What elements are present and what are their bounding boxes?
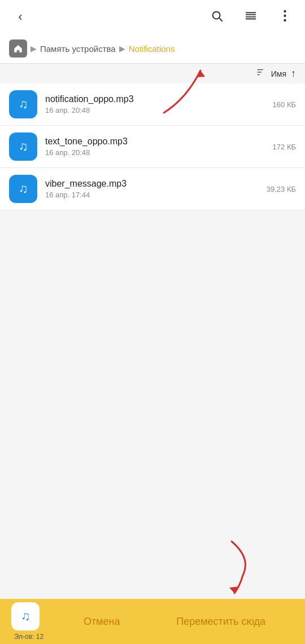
file-date: 16 апр. 20:48: [45, 148, 267, 157]
breadcrumb-current-folder[interactable]: Notifications: [129, 44, 175, 54]
file-item[interactable]: ♫ notification_oppo.mp3 16 апр. 20:48 16…: [0, 83, 305, 126]
file-music-icon: ♫: [9, 175, 37, 203]
bottom-count-label: Эл-ов: 12: [14, 633, 43, 641]
bottom-icon-section: ♫ Эл-ов: 12: [11, 602, 46, 641]
sort-direction-icon[interactable]: ↑: [291, 68, 296, 80]
music-note-icon: ♫: [19, 139, 28, 154]
bottom-bar: ♫ Эл-ов: 12 Отмена Переместить сюда: [0, 599, 305, 644]
breadcrumb: ▶ Память устройства ▶ Notifications: [0, 34, 305, 64]
file-size: 172 КБ: [273, 143, 296, 151]
move-here-button[interactable]: Переместить сюда: [176, 616, 265, 628]
svg-point-7: [284, 14, 286, 16]
file-name: viber_message.mp3: [45, 179, 261, 189]
file-list: ♫ notification_oppo.mp3 16 апр. 20:48 16…: [0, 83, 305, 210]
list-view-button[interactable]: [239, 6, 262, 28]
file-item[interactable]: ♫ viber_message.mp3 16 апр. 17:44 39,23 …: [0, 168, 305, 210]
top-toolbar: ‹: [0, 0, 305, 34]
sort-icon[interactable]: [256, 67, 267, 80]
breadcrumb-separator-2: ▶: [119, 44, 125, 53]
file-info: notification_oppo.mp3 16 апр. 20:48: [45, 94, 267, 114]
bottom-actions: Отмена Переместить сюда: [55, 616, 294, 628]
bottom-music-icon-wrap: ♫: [11, 602, 40, 630]
more-options-button[interactable]: [273, 6, 296, 28]
svg-marker-13: [229, 586, 239, 593]
file-info: text_tone_oppo.mp3 16 апр. 20:48: [45, 136, 267, 157]
music-note-icon: ♫: [19, 97, 28, 112]
svg-line-1: [219, 18, 222, 21]
bottom-annotation-arrow: [229, 541, 246, 593]
svg-point-6: [284, 10, 286, 12]
home-folder-icon[interactable]: [9, 39, 27, 58]
file-item[interactable]: ♫ text_tone_oppo.mp3 16 апр. 20:48 172 К…: [0, 126, 305, 168]
file-size: 160 КБ: [273, 100, 296, 109]
sort-label[interactable]: Имя: [271, 69, 286, 78]
file-size: 39,23 КБ: [267, 185, 296, 193]
search-button[interactable]: [206, 6, 228, 28]
more-options-icon: [284, 10, 286, 25]
breadcrumb-device-storage[interactable]: Память устройства: [40, 44, 116, 54]
breadcrumb-separator-1: ▶: [30, 44, 37, 53]
back-button[interactable]: ‹: [9, 6, 32, 28]
bottom-music-icon: ♫: [21, 609, 30, 624]
back-icon: ‹: [18, 10, 22, 24]
cancel-button[interactable]: Отмена: [84, 616, 120, 628]
list-view-icon: [245, 10, 257, 25]
file-date: 16 апр. 20:48: [45, 106, 267, 114]
file-name: text_tone_oppo.mp3: [45, 136, 267, 147]
file-name: notification_oppo.mp3: [45, 94, 267, 104]
svg-point-8: [284, 19, 286, 21]
music-note-icon: ♫: [19, 182, 28, 196]
file-info: viber_message.mp3 16 апр. 17:44: [45, 179, 261, 199]
sort-bar: Имя ↑: [0, 64, 305, 83]
search-icon: [211, 10, 223, 25]
file-music-icon: ♫: [9, 133, 37, 161]
file-music-icon: ♫: [9, 90, 37, 118]
file-date: 16 апр. 17:44: [45, 191, 261, 199]
